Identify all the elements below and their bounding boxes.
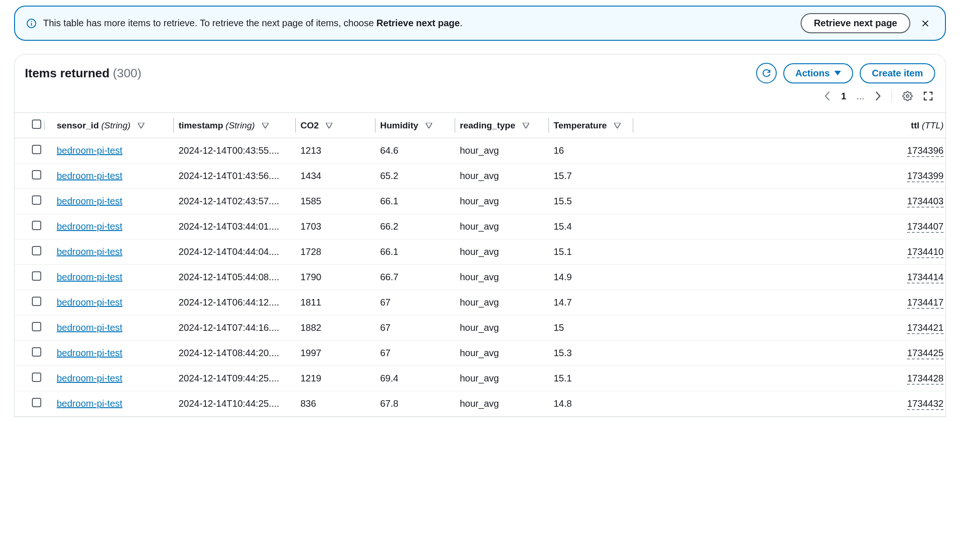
ttl-value[interactable]: 1734410 — [907, 246, 944, 258]
cell-humidity: 67.8 — [375, 391, 455, 417]
row-select-cell — [15, 189, 52, 214]
row-checkbox[interactable] — [32, 221, 41, 230]
svg-marker-10 — [426, 123, 432, 128]
cell-reading-type: hour_avg — [455, 189, 549, 214]
row-select-cell — [15, 366, 52, 391]
table-row: bedroom-pi-test2024-12-14T01:43:56....14… — [15, 164, 945, 189]
row-checkbox[interactable] — [32, 373, 41, 382]
cell-humidity: 67 — [375, 315, 455, 341]
column-label: CO2 — [300, 120, 319, 130]
settings-icon[interactable] — [902, 91, 913, 101]
cell-temperature: 15.4 — [549, 214, 633, 239]
retrieve-next-page-button[interactable]: Retrieve next page — [801, 13, 910, 33]
cell-ttl: 1734428 — [633, 366, 945, 391]
sensor-id-link[interactable]: bedroom-pi-test — [57, 398, 122, 409]
actions-dropdown-button[interactable]: Actions — [783, 63, 853, 83]
row-checkbox[interactable] — [32, 398, 41, 407]
row-checkbox[interactable] — [32, 246, 41, 255]
page-number[interactable]: 1 — [841, 91, 846, 102]
cell-ttl: 1734410 — [633, 239, 945, 265]
ttl-value[interactable]: 1734396 — [907, 145, 944, 157]
close-banner-button[interactable] — [917, 17, 934, 30]
row-select-cell — [15, 138, 52, 164]
sensor-id-link[interactable]: bedroom-pi-test — [57, 196, 122, 206]
cell-ttl: 1734407 — [633, 214, 945, 239]
row-select-cell — [15, 164, 52, 189]
cell-reading-type: hour_avg — [455, 290, 549, 315]
column-header-sensor-id[interactable]: sensor_id (String) — [52, 113, 174, 138]
info-icon — [26, 18, 37, 29]
cell-timestamp: 2024-12-14T10:44:25.... — [174, 391, 296, 417]
column-label: Humidity — [380, 120, 418, 130]
filter-icon[interactable] — [138, 123, 144, 128]
info-message-bold: Retrieve next page — [376, 18, 460, 28]
next-page-button[interactable] — [875, 91, 881, 101]
filter-icon[interactable] — [326, 123, 332, 128]
table-row: bedroom-pi-test2024-12-14T00:43:55....12… — [15, 138, 945, 164]
column-header-temperature[interactable]: Temperature — [549, 113, 633, 138]
ttl-value[interactable]: 1734399 — [907, 171, 944, 182]
sensor-id-link[interactable]: bedroom-pi-test — [57, 297, 122, 307]
ttl-value[interactable]: 1734414 — [907, 272, 944, 284]
filter-icon[interactable] — [614, 123, 621, 128]
cell-ttl: 1734399 — [633, 164, 945, 189]
cell-ttl: 1734425 — [633, 341, 945, 366]
column-header-timestamp[interactable]: timestamp (String) — [174, 113, 296, 138]
cell-sensor-id: bedroom-pi-test — [52, 189, 174, 214]
ttl-value[interactable]: 1734421 — [907, 322, 944, 334]
select-all-checkbox[interactable] — [32, 119, 41, 129]
cell-sensor-id: bedroom-pi-test — [52, 214, 174, 239]
ttl-value[interactable]: 1734417 — [907, 297, 944, 309]
cell-timestamp: 2024-12-14T08:44:20.... — [174, 341, 296, 366]
column-label: ttl — [911, 120, 919, 130]
column-resizer[interactable] — [44, 121, 45, 130]
table-row: bedroom-pi-test2024-12-14T09:44:25....12… — [15, 366, 945, 391]
prev-page-button[interactable] — [824, 91, 831, 101]
ttl-value[interactable]: 1734428 — [907, 373, 944, 385]
row-checkbox[interactable] — [32, 271, 41, 281]
column-header-co2[interactable]: CO2 — [296, 113, 375, 138]
filter-icon[interactable] — [262, 123, 269, 128]
sensor-id-link[interactable]: bedroom-pi-test — [57, 145, 122, 156]
filter-icon[interactable] — [523, 123, 529, 128]
sensor-id-link[interactable]: bedroom-pi-test — [57, 221, 122, 231]
svg-marker-11 — [523, 123, 529, 128]
ttl-value[interactable]: 1734403 — [907, 196, 944, 208]
cell-sensor-id: bedroom-pi-test — [52, 391, 174, 417]
cell-reading-type: hour_avg — [455, 214, 549, 239]
row-checkbox[interactable] — [32, 322, 41, 331]
row-checkbox[interactable] — [32, 347, 41, 357]
column-header-humidity[interactable]: Humidity — [375, 113, 455, 138]
fullscreen-icon[interactable] — [923, 91, 933, 101]
ttl-value[interactable]: 1734432 — [907, 398, 944, 410]
table-row: bedroom-pi-test2024-12-14T04:44:04....17… — [15, 239, 945, 265]
ttl-value[interactable]: 1734407 — [907, 221, 944, 233]
sensor-id-link[interactable]: bedroom-pi-test — [57, 348, 122, 358]
row-checkbox[interactable] — [32, 195, 41, 205]
cell-sensor-id: bedroom-pi-test — [52, 315, 174, 341]
create-item-button[interactable]: Create item — [860, 63, 935, 83]
table-row: bedroom-pi-test2024-12-14T03:44:01....17… — [15, 214, 945, 239]
filter-icon[interactable] — [426, 123, 432, 128]
sensor-id-link[interactable]: bedroom-pi-test — [57, 322, 122, 333]
column-header-ttl[interactable]: ttl (TTL) — [633, 113, 945, 138]
column-header-reading-type[interactable]: reading_type — [455, 113, 549, 138]
sensor-id-link[interactable]: bedroom-pi-test — [57, 272, 122, 282]
column-label: sensor_id — [57, 120, 99, 130]
sensor-id-link[interactable]: bedroom-pi-test — [57, 171, 122, 181]
row-checkbox[interactable] — [32, 145, 41, 154]
cell-humidity: 66.2 — [375, 214, 455, 239]
cell-co2: 1585 — [296, 189, 375, 214]
ttl-value[interactable]: 1734425 — [907, 348, 944, 359]
sensor-id-link[interactable]: bedroom-pi-test — [57, 246, 122, 257]
row-checkbox[interactable] — [32, 297, 41, 306]
cell-timestamp: 2024-12-14T05:44:08.... — [174, 265, 296, 290]
refresh-button[interactable] — [756, 63, 777, 83]
caret-down-icon — [834, 71, 841, 75]
cell-reading-type: hour_avg — [455, 138, 549, 164]
panel-header: Items returned (300) Actions Create item — [15, 54, 945, 87]
table-row: bedroom-pi-test2024-12-14T05:44:08....17… — [15, 265, 945, 290]
row-checkbox[interactable] — [32, 170, 41, 179]
cell-temperature: 14.8 — [549, 391, 633, 417]
sensor-id-link[interactable]: bedroom-pi-test — [57, 373, 122, 383]
